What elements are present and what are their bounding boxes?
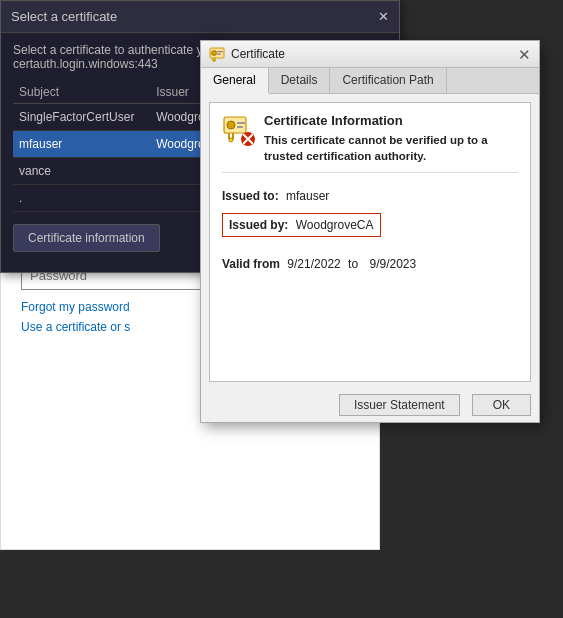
cert-select-title: Select a certificate <box>11 9 117 24</box>
cert-select-titlebar: Select a certificate ✕ <box>1 1 399 33</box>
cert-fields: Issued to: mfauser Issued by: WoodgroveC… <box>222 189 518 271</box>
valid-date-row: Valid from 9/21/2022 to 9/9/2023 <box>222 257 518 271</box>
cert-select-close-button[interactable]: ✕ <box>378 10 389 23</box>
cert-detail-titlebar-left: Certificate <box>209 46 285 62</box>
footer-left: Issuer Statement <box>209 394 466 416</box>
issued-to-value: mfauser <box>286 189 329 203</box>
tab-certification-path[interactable]: Certification Path <box>330 68 446 93</box>
cert-tabs: General Details Certification Path <box>201 68 539 94</box>
tab-general[interactable]: General <box>201 68 269 94</box>
row-subject: . <box>13 185 150 212</box>
issued-by-row-wrapper: Issued by: WoodgroveCA <box>222 213 518 247</box>
tab-details[interactable]: Details <box>269 68 331 93</box>
valid-from-date: 9/21/2022 <box>287 257 340 271</box>
cert-info-title: Certificate Information <box>264 113 518 128</box>
cert-icon-svg <box>222 113 256 147</box>
row-subject: mfauser <box>13 131 150 158</box>
col-subject: Subject <box>13 81 150 104</box>
row-subject: vance <box>13 158 150 185</box>
svg-point-6 <box>213 60 215 62</box>
cert-detail-title: Certificate <box>231 47 285 61</box>
cert-info-header: Certificate Information This certificate… <box>222 113 518 173</box>
row-subject: SingleFactorCertUser <box>13 104 150 131</box>
svg-point-8 <box>227 121 235 129</box>
svg-rect-3 <box>217 54 221 55</box>
issued-by-label: Issued by: <box>229 218 288 232</box>
cert-detail-body: Certificate Information This certificate… <box>209 102 531 382</box>
cert-detail-titlebar: Certificate ✕ <box>201 41 539 68</box>
certificate-information-button[interactable]: Certificate information <box>13 224 160 252</box>
issued-to-label: Issued to: <box>222 189 279 203</box>
svg-rect-10 <box>237 126 243 128</box>
cert-detail-dialog: Certificate ✕ General Details Certificat… <box>200 40 540 423</box>
valid-from-label: Valid from <box>222 257 280 271</box>
cert-info-text-block: Certificate Information This certificate… <box>264 113 518 164</box>
issued-by-value: WoodgroveCA <box>296 218 374 232</box>
issued-to-row: Issued to: mfauser <box>222 189 518 203</box>
svg-rect-2 <box>217 51 223 52</box>
valid-to-label: to <box>348 257 358 271</box>
issuer-statement-button[interactable]: Issuer Statement <box>339 394 460 416</box>
svg-point-13 <box>229 138 233 142</box>
svg-point-1 <box>212 51 217 56</box>
cert-warning-icon <box>222 113 254 145</box>
cert-dialog-footer: Issuer Statement OK <box>201 390 539 422</box>
svg-rect-9 <box>237 122 245 124</box>
ok-button[interactable]: OK <box>472 394 531 416</box>
cert-warning-text: This certificate cannot be verified up t… <box>264 132 518 164</box>
cert-title-icon <box>209 46 225 62</box>
issued-by-row: Issued by: WoodgroveCA <box>222 213 381 237</box>
cert-detail-close-button[interactable]: ✕ <box>518 47 531 62</box>
valid-to-date: 9/9/2023 <box>369 257 416 271</box>
